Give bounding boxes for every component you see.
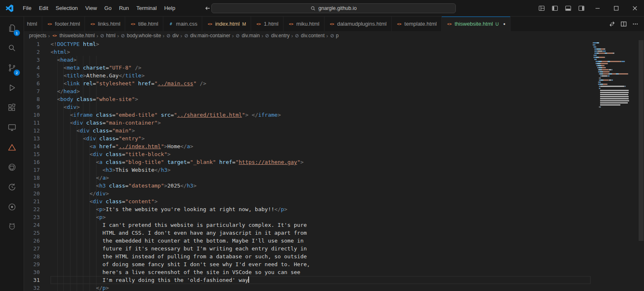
minimap[interactable] [591, 40, 638, 291]
command-center[interactable]: gnargle.github.io [211, 3, 456, 13]
activity-extension-cat[interactable] [0, 217, 24, 237]
breadcrumb-html[interactable]: html [100, 33, 116, 38]
breadcrumb-label: div.content [301, 33, 324, 38]
line-content: </div> [51, 190, 109, 197]
code-line-17[interactable]: 17 <h3>This Website</h3> [24, 166, 591, 174]
code-area[interactable]: 1<!DOCTYPE html>2<html>3 <head>4 <meta c… [24, 40, 591, 291]
code-line-5[interactable]: 5 <title>Athene.Gay</title> [24, 72, 591, 79]
tab-1-html[interactable]: <>1.html [251, 17, 283, 31]
line-content: <head> [51, 56, 77, 64]
code-line-23[interactable]: 23 <p> [24, 213, 591, 221]
activity-explorer[interactable]: 1 [0, 18, 24, 38]
activity-remote-explorer[interactable] [0, 118, 24, 137]
breadcrumb-div-main-container[interactable]: div.main-container [184, 33, 230, 38]
code-line-26[interactable]: 26 the embedded hit counter at the botto… [24, 237, 591, 245]
breadcrumb-div-main[interactable]: div.main [235, 33, 260, 38]
code-line-13[interactable]: 13 <div class="entry"> [24, 135, 591, 142]
menu-view[interactable]: View [82, 3, 101, 13]
code-line-18[interactable]: 18 </a> [24, 174, 591, 182]
code-line-2[interactable]: 2<html> [24, 48, 591, 56]
breadcrumb-thiswebsite-html[interactable]: <>thiswebsite.html [51, 32, 94, 39]
maximize-button[interactable] [607, 0, 625, 17]
unsaved-dot-icon[interactable]: ● [503, 22, 505, 26]
editor-scrollbar[interactable] [638, 40, 644, 291]
customize-layout-icon[interactable] [536, 2, 547, 14]
chevron-right-icon: › [163, 33, 165, 39]
code-line-15[interactable]: 15 <div class="title-block"> [24, 150, 591, 158]
tab-title-html[interactable]: <>title.html [125, 17, 163, 31]
breadcrumb-div-content[interactable]: div.content [295, 33, 324, 38]
toggle-secondary-sidebar-icon[interactable] [576, 2, 587, 14]
activity-github[interactable] [0, 157, 24, 177]
code-line-4[interactable]: 4 <meta charset="UTF-8" /> [24, 64, 591, 72]
code-line-12[interactable]: 12 <div class="main"> [24, 127, 591, 135]
breadcrumb-div[interactable]: div [166, 33, 179, 38]
code-line-20[interactable]: 20 </div> [24, 190, 591, 197]
line-content: <a href="../index.html">Home</a> [51, 142, 193, 150]
menu-help[interactable]: Help [160, 3, 179, 13]
tab-dalamudplugins-html[interactable]: <>dalamudplugins.html [324, 17, 392, 31]
code-line-1[interactable]: 1<!DOCTYPE html> [24, 40, 591, 48]
code-line-28[interactable]: 28 the HTML instead of pulling from a da… [24, 253, 591, 260]
code-line-11[interactable]: 11 <div class="main-container"> [24, 119, 591, 127]
code-line-24[interactable]: 24 I can't pretend this website is parti… [24, 221, 591, 229]
code-line-8[interactable]: 8 <body class="whole-site"> [24, 95, 591, 103]
toggle-primary-sidebar-icon[interactable] [549, 2, 561, 14]
tab-links-html[interactable]: <>links.html [85, 17, 125, 31]
activity-source-control[interactable]: 2 [0, 58, 24, 78]
tab-template-html[interactable]: <>template.html [392, 17, 442, 31]
tab-index-html[interactable]: <>index.htmlM [202, 17, 251, 31]
back-button[interactable] [203, 4, 212, 13]
tab-thiswebsite-html[interactable]: <>thiswebsite.htmlU● [442, 17, 511, 31]
code-line-6[interactable]: 6 <link rel="stylesheet" href="../main.c… [24, 79, 591, 87]
toggle-panel-icon[interactable] [562, 2, 574, 14]
tab-miku-html[interactable]: <>miku.html [283, 17, 324, 31]
breadcrumb-div-entry[interactable]: div.entry [265, 33, 289, 38]
minimize-button[interactable] [588, 0, 607, 17]
code-line-9[interactable]: 9 <div> [24, 103, 591, 111]
code-line-3[interactable]: 3 <head> [24, 56, 591, 64]
line-number: 10 [24, 111, 51, 119]
menu-go[interactable]: Go [101, 3, 115, 13]
tab-footer-html[interactable]: <>footer.html [42, 17, 85, 31]
scrollbar-thumb[interactable] [639, 40, 644, 241]
breadcrumb-body-whole-site[interactable]: body.whole-site [121, 33, 161, 38]
code-line-30[interactable]: 30 here's a live screenshot of the site … [24, 268, 591, 276]
code-line-32[interactable]: 32 </p> [24, 284, 591, 291]
menu-selection[interactable]: Selection [52, 3, 81, 13]
tab-html[interactable]: html [24, 17, 42, 31]
code-line-16[interactable]: 16 <a class="blog-title" target="_blank"… [24, 158, 591, 166]
menu-run[interactable]: Run [115, 3, 133, 13]
code-line-25[interactable]: 25 HTML and CSS. I don't even have any j… [24, 229, 591, 237]
code-line-22[interactable]: 22 <p>It's the website you're looking at… [24, 205, 591, 213]
symbol-tag-icon [265, 34, 269, 38]
line-number: 26 [24, 237, 51, 245]
activity-extension-triangle[interactable] [0, 137, 24, 157]
code-line-29[interactable]: 29 of doing some fancy shit I don't see … [24, 260, 591, 268]
split-editor-icon[interactable] [619, 19, 628, 29]
code-line-27[interactable]: 27 future if it's necessary but I'm writ… [24, 245, 591, 253]
close-button[interactable] [625, 0, 644, 17]
code-line-31[interactable]: 31 I'm really doing this the 'old-fashio… [24, 276, 591, 284]
code-line-14[interactable]: 14 <a href="../index.html">Home</a> [24, 142, 591, 150]
menu-file[interactable]: File [19, 3, 35, 13]
activity-extensions[interactable] [0, 98, 24, 118]
activity-search[interactable] [0, 38, 24, 58]
more-actions-icon[interactable] [631, 19, 640, 29]
code-line-21[interactable]: 21 <div class="content"> [24, 197, 591, 205]
triangle-extension-icon [7, 143, 17, 152]
menu-terminal[interactable]: Terminal [133, 3, 160, 13]
breadcrumb-p[interactable]: p [330, 33, 339, 38]
breadcrumb-projects[interactable]: projects [29, 33, 46, 38]
activity-run-debug[interactable] [0, 78, 24, 98]
tab-main-css[interactable]: #main.css [163, 17, 202, 31]
line-content: <h3 class="datestamp">2025</h3> [51, 182, 196, 190]
menu-edit[interactable]: Edit [35, 3, 52, 13]
code-line-10[interactable]: 10 <iframe class="embed-title" src="../s… [24, 111, 591, 119]
code-line-19[interactable]: 19 <h3 class="datestamp">2025</h3> [24, 182, 591, 190]
activity-extension-circle[interactable] [0, 197, 24, 217]
editor: 1<!DOCTYPE html>2<html>3 <head>4 <meta c… [24, 40, 644, 291]
code-line-7[interactable]: 7 </head> [24, 87, 591, 95]
open-changes-icon[interactable] [608, 19, 617, 29]
activity-history[interactable] [0, 177, 24, 197]
